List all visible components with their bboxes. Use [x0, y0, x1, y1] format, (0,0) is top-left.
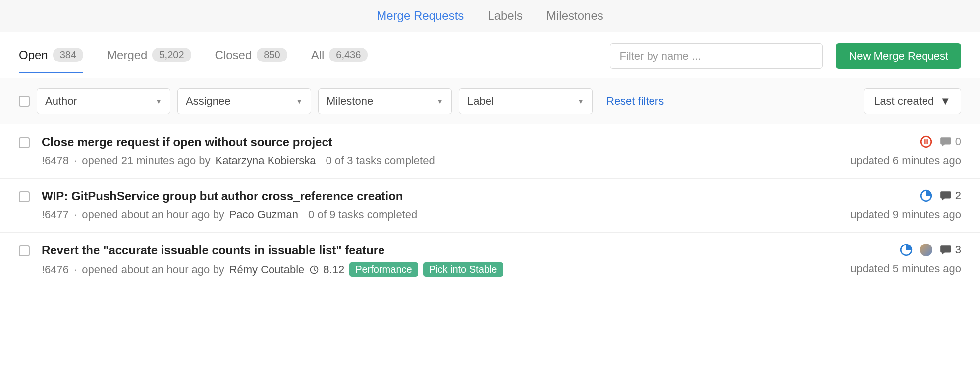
state-tab-merged-count: 5,202	[152, 48, 191, 62]
assignee-avatar[interactable]	[920, 244, 932, 256]
mr-ref: !6476	[42, 263, 69, 276]
state-tab-closed-count: 850	[257, 48, 287, 62]
pipeline-status-icon[interactable]	[920, 189, 932, 202]
reset-filters-link[interactable]: Reset filters	[606, 95, 664, 108]
svg-rect-2	[926, 139, 927, 144]
comments-icon	[939, 244, 952, 256]
state-tab-all-label: All	[311, 48, 325, 62]
chevron-down-icon: ▼	[577, 97, 584, 105]
mr-opened: opened about an hour ago by	[82, 263, 224, 276]
subnav: Open 384 Merged 5,202 Closed 850 All 6,4…	[0, 32, 980, 78]
mr-tasks: 0 of 9 tasks completed	[308, 208, 417, 221]
mr-updated: updated 5 minutes ago	[850, 262, 961, 275]
state-tab-open-count: 384	[53, 48, 83, 62]
state-tab-open-label: Open	[19, 48, 48, 62]
comments-icon	[939, 189, 952, 202]
tab-milestones[interactable]: Milestones	[546, 9, 603, 23]
chevron-down-icon: ▼	[940, 95, 951, 108]
state-tab-all[interactable]: All 6,436	[311, 48, 368, 73]
chevron-down-icon: ▼	[436, 97, 443, 105]
filter-bar: Author ▼ Assignee ▼ Milestone ▼ Label ▼ …	[0, 78, 980, 124]
mr-row: WIP: GitPushService group but author cro…	[0, 179, 980, 233]
clock-icon	[309, 265, 319, 275]
row-checkbox[interactable]	[19, 191, 30, 202]
author-dropdown-label: Author	[45, 95, 77, 108]
mr-author[interactable]: Paco Guzman	[229, 208, 298, 221]
separator: ·	[74, 263, 77, 276]
mr-title[interactable]: Close merge request if open without sour…	[42, 135, 791, 149]
state-tab-closed[interactable]: Closed 850	[215, 48, 287, 73]
state-tab-all-count: 6,436	[329, 48, 368, 62]
mr-ref: !6478	[42, 154, 69, 167]
mr-ref: !6477	[42, 208, 69, 221]
state-tab-closed-label: Closed	[215, 48, 252, 62]
separator: ·	[74, 154, 77, 167]
label-dropdown[interactable]: Label ▼	[459, 88, 593, 114]
mr-icons: 2	[920, 189, 961, 202]
mr-author[interactable]: Rémy Coutable	[229, 263, 305, 276]
svg-point-0	[921, 136, 931, 147]
state-tab-open[interactable]: Open 384	[19, 48, 83, 73]
mr-meta: !6478·opened 21 minutes ago byKatarzyna …	[42, 154, 791, 167]
sort-dropdown[interactable]: Last created ▼	[864, 88, 961, 114]
state-tab-merged[interactable]: Merged 5,202	[107, 48, 191, 73]
comments-count[interactable]: 0	[939, 135, 961, 148]
mr-row: Close merge request if open without sour…	[0, 124, 980, 179]
mr-icons: 0	[920, 135, 961, 148]
comments-count[interactable]: 3	[939, 244, 961, 256]
svg-rect-1	[924, 139, 925, 144]
assignee-dropdown[interactable]: Assignee ▼	[177, 88, 311, 114]
state-tab-merged-label: Merged	[107, 48, 147, 62]
mr-updated: updated 6 minutes ago	[850, 154, 961, 167]
mr-updated: updated 9 minutes ago	[850, 208, 961, 221]
mr-meta: !6477·opened about an hour ago byPaco Gu…	[42, 208, 791, 221]
chevron-down-icon: ▼	[155, 97, 162, 105]
mr-title[interactable]: Revert the "accurate issuable counts in …	[42, 244, 791, 257]
mr-tasks: 0 of 3 tasks completed	[326, 154, 435, 167]
mr-right: 3updated 5 minutes ago	[803, 244, 961, 277]
label-dropdown-label: Label	[467, 95, 494, 108]
label-tag[interactable]: Pick into Stable	[423, 262, 503, 277]
milestone-dropdown-label: Milestone	[327, 95, 373, 108]
pipeline-status-icon[interactable]	[900, 244, 913, 256]
mr-row: Revert the "accurate issuable counts in …	[0, 233, 980, 288]
pause-circle-icon	[920, 135, 932, 148]
assignee-dropdown-label: Assignee	[186, 95, 231, 108]
state-tabs: Open 384 Merged 5,202 Closed 850 All 6,4…	[19, 48, 610, 73]
milestone-dropdown[interactable]: Milestone ▼	[318, 88, 452, 114]
top-nav: Merge Requests Labels Milestones	[0, 0, 980, 32]
filter-input[interactable]	[610, 43, 823, 69]
row-checkbox[interactable]	[19, 245, 30, 256]
row-checkbox[interactable]	[19, 137, 30, 148]
progress-circle-icon	[900, 244, 913, 256]
progress-circle-icon	[920, 189, 932, 202]
mr-main: Revert the "accurate issuable counts in …	[42, 244, 791, 277]
mr-milestone[interactable]: 8.12	[309, 263, 344, 276]
tab-merge-requests[interactable]: Merge Requests	[377, 9, 464, 23]
tab-labels[interactable]: Labels	[488, 9, 523, 23]
mr-meta: !6476·opened about an hour ago byRémy Co…	[42, 262, 791, 277]
chevron-down-icon: ▼	[296, 97, 303, 105]
mr-main: Close merge request if open without sour…	[42, 135, 791, 167]
mr-icons: 3	[900, 244, 961, 256]
separator: ·	[74, 208, 77, 221]
pipeline-status-icon[interactable]	[920, 135, 932, 148]
select-all-checkbox[interactable]	[19, 96, 30, 107]
label-tag[interactable]: Performance	[349, 262, 418, 277]
new-merge-request-button[interactable]: New Merge Request	[836, 43, 961, 69]
comments-icon	[939, 135, 952, 148]
mr-opened: opened 21 minutes ago by	[82, 154, 210, 167]
mr-opened: opened about an hour ago by	[82, 208, 224, 221]
mr-right: 0updated 6 minutes ago	[803, 135, 961, 167]
comments-count[interactable]: 2	[939, 189, 961, 202]
mr-right: 2updated 9 minutes ago	[803, 189, 961, 221]
mr-main: WIP: GitPushService group but author cro…	[42, 189, 791, 221]
mr-title[interactable]: WIP: GitPushService group but author cro…	[42, 189, 791, 203]
mr-author[interactable]: Katarzyna Kobierska	[216, 154, 316, 167]
author-dropdown[interactable]: Author ▼	[37, 88, 170, 114]
mr-list: Close merge request if open without sour…	[0, 124, 980, 288]
sort-dropdown-label: Last created	[874, 95, 934, 108]
